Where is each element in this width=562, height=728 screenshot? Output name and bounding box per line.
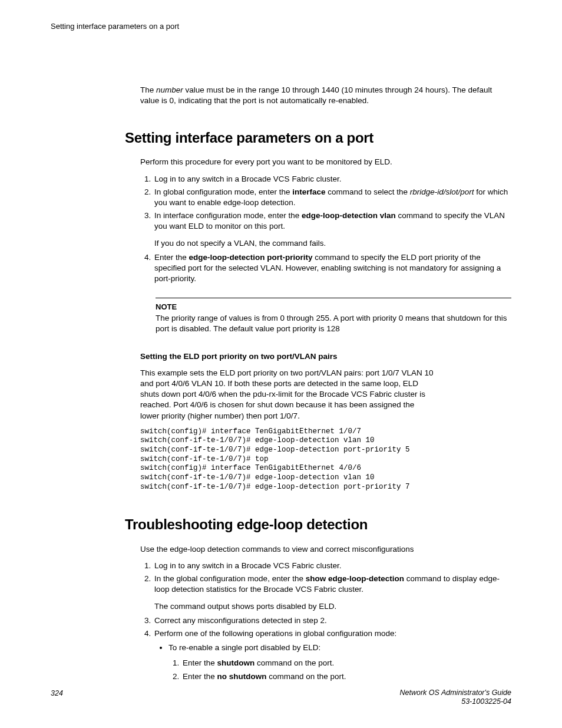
ts-step-2-note: The command output shows ports disabled … (154, 601, 511, 612)
page-number: 324 (51, 689, 63, 699)
text: command to select the (325, 187, 409, 196)
note-text: The priority range of values is from 0 t… (156, 313, 511, 334)
no-shutdown-command: no shutdown (217, 672, 267, 681)
example-paragraph: This example sets the ELD port priority … (140, 368, 435, 421)
section-1-intro: Perform this procedure for every port yo… (140, 157, 511, 167)
text: The (140, 85, 156, 94)
section-1-steps: Log in to any switch in a Brocade VCS Fa… (140, 174, 511, 285)
number-variable: number (156, 85, 183, 94)
ts-step-4-bullets: To re-enable a single port disabled by E… (154, 643, 511, 682)
section-2-steps: Log in to any switch in a Brocade VCS Fa… (140, 561, 511, 682)
ts-bullet-1: To re-enable a single port disabled by E… (168, 643, 511, 682)
section-1: Setting interface parameters on a port (125, 129, 511, 147)
ts-step-3: Correct any misconfigurations detected i… (153, 615, 511, 626)
footer-title: Network OS Administrator's Guide (400, 689, 511, 697)
footer-docnum: 53-1003225-04 (461, 697, 511, 706)
text: Enter the (183, 658, 217, 667)
show-eld-command: show edge-loop-detection (306, 574, 404, 583)
section-2-body: Use the edge-loop detection commands to … (140, 544, 511, 682)
text: In global configuration mode, enter the (154, 187, 292, 196)
rbridge-variable: rbridge-id/slot/port (410, 187, 474, 196)
text: Enter the (154, 253, 189, 262)
text: Perform one of the following operations … (154, 629, 396, 638)
ts-step-4: Perform one of the following operations … (153, 628, 511, 682)
section-1-title: Setting interface parameters on a port (125, 129, 511, 147)
section-1-body: Perform this procedure for every port yo… (140, 157, 511, 492)
ts-step-2: In the global configuration mode, enter … (153, 574, 511, 612)
note-block: NOTE The priority range of values is fro… (156, 298, 511, 335)
intro-paragraph: The number value must be in the range 10… (140, 85, 511, 106)
text: Enter the (183, 672, 217, 681)
step-3-note: If you do not specify a VLAN, the comman… (154, 238, 511, 249)
intro-content: The number value must be in the range 10… (140, 85, 511, 106)
ts-substep-2: Enter the no shutdown command on the por… (181, 671, 511, 682)
eld-priority-command: edge-loop-detection port-priority (189, 253, 313, 262)
note-rule (156, 298, 511, 298)
eld-vlan-command: edge-loop-detection vlan (302, 211, 396, 220)
step-3: In interface configuration mode, enter t… (153, 210, 511, 249)
step-1: Log in to any switch in a Brocade VCS Fa… (153, 174, 511, 185)
section-2-intro: Use the edge-loop detection commands to … (140, 544, 511, 555)
shutdown-command: shutdown (217, 658, 255, 667)
text: To re-enable a single port disabled by E… (168, 643, 320, 652)
note-label: NOTE (156, 302, 511, 312)
text: In the global configuration mode, enter … (154, 574, 306, 583)
interface-command: interface (292, 187, 325, 196)
page: Setting interface parameters on a port T… (0, 0, 562, 728)
text: command on the port. (267, 672, 346, 681)
section-2-title: Troubleshooting edge-loop detection (125, 515, 511, 534)
ts-step-1: Log in to any switch in a Brocade VCS Fa… (153, 561, 511, 571)
footer-doc-info: Network OS Administrator's Guide 53-1003… (400, 689, 511, 707)
step-4: Enter the edge-loop-detection port-prior… (153, 252, 511, 285)
text: value must be in the range 10 through 14… (140, 85, 492, 105)
running-header: Setting interface parameters on a port (51, 21, 511, 32)
page-footer: 324 Network OS Administrator's Guide 53-… (51, 689, 511, 707)
text: command on the port. (254, 658, 334, 667)
step-2: In global configuration mode, enter the … (153, 187, 511, 208)
ts-substeps: Enter the shutdown command on the port. … (168, 658, 511, 681)
text: In interface configuration mode, enter t… (154, 211, 302, 220)
section-2: Troubleshooting edge-loop detection (125, 515, 511, 534)
example-subheading: Setting the ELD port priority on two por… (140, 351, 511, 362)
ts-substep-1: Enter the shutdown command on the port. (181, 658, 511, 668)
code-block: switch(config)# interface TenGigabitEthe… (140, 427, 511, 492)
